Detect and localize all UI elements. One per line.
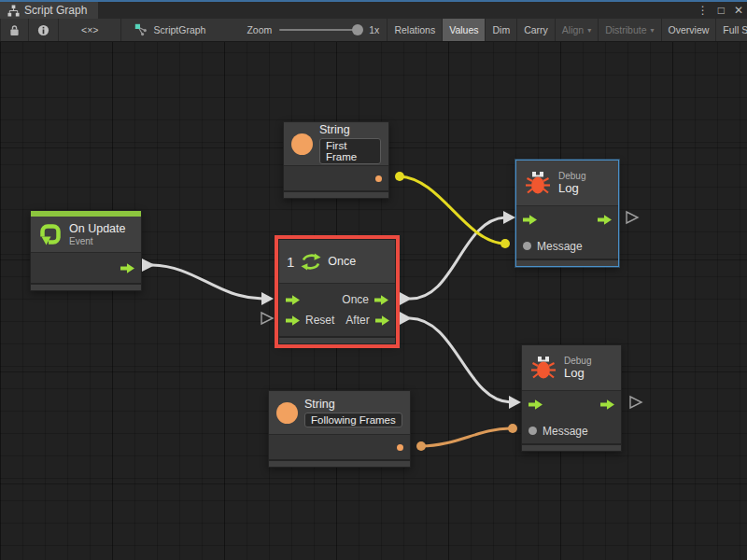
value-output-port[interactable] <box>375 175 382 182</box>
distribute-dropdown[interactable]: Distribute ▾ <box>599 19 661 41</box>
node-title: Once <box>328 255 356 268</box>
node-footer <box>522 443 621 451</box>
code-toggle-icon: <×> <box>81 24 98 35</box>
port-label-message: Message <box>543 425 588 438</box>
tab-bar: Script Graph ⋮ □ ✕ <box>0 2 747 19</box>
wire-onupdate-to-once[interactable] <box>142 259 274 305</box>
window-controls: ⋮ □ ✕ <box>698 2 743 19</box>
maximize-icon[interactable]: □ <box>718 2 725 19</box>
after-output-port[interactable] <box>375 315 389 326</box>
node-title: Log <box>558 181 585 195</box>
overview-button[interactable]: Overview <box>662 19 717 41</box>
info-icon <box>37 24 49 36</box>
port-label-reset: Reset <box>305 314 334 327</box>
message-input-port[interactable] <box>523 242 531 250</box>
node-subtitle: Event <box>69 236 125 246</box>
node-title: On Update <box>69 222 125 235</box>
bug-icon <box>529 354 557 382</box>
node-category: Debug <box>564 356 591 366</box>
node-title: String <box>319 123 381 136</box>
info-button[interactable] <box>29 19 59 41</box>
graph-breadcrumb[interactable]: ScriptGraph <box>127 19 213 41</box>
node-once[interactable]: 1 Once Once Reset <box>278 239 396 344</box>
chevron-down-icon: ▾ <box>587 26 591 35</box>
node-debug-log-bottom[interactable]: Debug Log Message <box>521 344 622 452</box>
values-toggle[interactable]: Values <box>443 19 486 41</box>
debug-top-unconnected-out-arrow[interactable] <box>627 212 638 223</box>
zoom-label: Zoom <box>247 24 272 35</box>
close-icon[interactable]: ✕ <box>734 2 743 19</box>
lock-button[interactable] <box>0 19 29 41</box>
node-on-update-event[interactable]: On Update Event <box>30 210 142 291</box>
script-graph-window: Script Graph ⋮ □ ✕ <×> <box>0 0 747 560</box>
flow-output-port[interactable] <box>600 399 614 410</box>
node-footer <box>31 283 141 290</box>
update-loop-icon <box>38 222 63 246</box>
carry-toggle[interactable]: Carry <box>517 19 556 41</box>
chevron-down-icon: ▾ <box>651 26 655 35</box>
dim-toggle[interactable]: Dim <box>486 19 517 41</box>
toolbar-toggles: Relations Values Dim Carry Align ▾ Distr… <box>387 19 747 41</box>
string-value-input[interactable]: First Frame <box>319 138 381 164</box>
string-type-icon <box>276 402 298 424</box>
lock-icon <box>9 24 20 36</box>
wire-once-to-debug-top[interactable] <box>400 211 515 305</box>
wire-string-first-to-debug-top[interactable] <box>395 172 510 248</box>
flow-input-port[interactable] <box>523 215 537 225</box>
reset-input-port[interactable] <box>286 315 300 326</box>
message-input-port[interactable] <box>529 427 537 435</box>
flow-input-port[interactable] <box>529 399 543 410</box>
graph-canvas[interactable]: On Update Event String First Frame <box>0 42 747 560</box>
port-label-once: Once <box>342 293 369 306</box>
node-footer <box>284 190 388 198</box>
zoom-slider-handle[interactable] <box>352 24 363 35</box>
string-type-icon <box>291 133 313 155</box>
string-value-input[interactable]: Following Frames <box>304 413 402 427</box>
window-menu-icon[interactable]: ⋮ <box>698 2 709 19</box>
flow-input-port[interactable] <box>286 295 300 305</box>
wire-once-to-debug-bottom[interactable] <box>400 312 521 409</box>
node-footer <box>516 259 618 266</box>
zoom-slider[interactable] <box>279 29 361 31</box>
graph-hierarchy-icon <box>7 5 20 17</box>
graph-toolbar: <×> ScriptGraph Zoom 1x Relations Values… <box>0 19 747 42</box>
node-string-following-frames[interactable]: String Following Frames <box>268 390 411 468</box>
port-label-message: Message <box>537 240 583 253</box>
node-debug-log-top[interactable]: Debug Log Message <box>515 160 619 267</box>
port-label-after: After <box>345 314 369 327</box>
relations-toggle[interactable]: Relations <box>387 19 443 41</box>
node-string-first-frame[interactable]: String First Frame <box>283 121 389 199</box>
node-title: Log <box>564 366 591 380</box>
wire-string-following-to-debug-bottom[interactable] <box>416 424 517 451</box>
flow-output-port[interactable] <box>120 263 134 273</box>
zoom-value: 1x <box>369 24 379 35</box>
align-dropdown[interactable]: Align ▾ <box>556 19 599 41</box>
once-output-port[interactable] <box>374 295 388 305</box>
tab-title: Script Graph <box>24 4 87 17</box>
value-output-port[interactable] <box>397 444 403 451</box>
zoom-control: Zoom 1x <box>239 19 387 41</box>
node-footer <box>279 336 395 343</box>
script-graph-icon <box>134 23 148 36</box>
node-category: Debug <box>558 171 585 181</box>
debug-bottom-unconnected-out-arrow[interactable] <box>630 397 641 408</box>
node-title: String <box>304 398 402 411</box>
full-screen-button[interactable]: Full Screen <box>716 19 747 41</box>
bug-icon <box>524 169 552 197</box>
cycle-arrows-icon <box>301 253 321 271</box>
reset-unconnected-port-arrow[interactable] <box>261 313 273 324</box>
once-count-badge: 1 <box>287 254 294 270</box>
graph-name: ScriptGraph <box>153 24 205 35</box>
flow-output-port[interactable] <box>598 215 612 225</box>
node-footer <box>269 459 410 467</box>
tab-script-graph[interactable]: Script Graph <box>0 2 98 19</box>
code-preview-toggle[interactable]: <×> <box>59 19 121 41</box>
